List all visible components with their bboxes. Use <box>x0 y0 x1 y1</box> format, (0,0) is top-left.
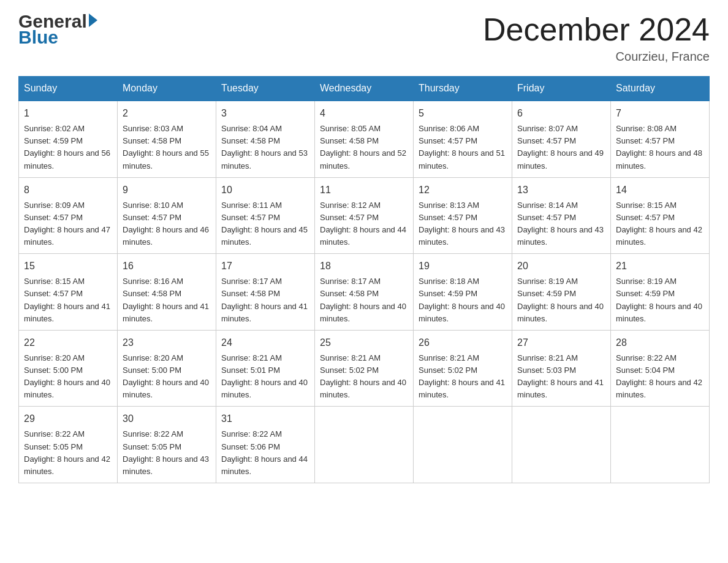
calendar-cell: 28Sunrise: 8:22 AMSunset: 5:04 PMDayligh… <box>611 330 710 407</box>
day-number: 4 <box>320 106 408 121</box>
day-info: Sunrise: 8:17 AMSunset: 4:58 PMDaylight:… <box>320 277 406 323</box>
day-number: 22 <box>24 335 112 350</box>
calendar-cell: 17Sunrise: 8:17 AMSunset: 4:58 PMDayligh… <box>216 254 315 331</box>
day-number: 14 <box>616 183 704 197</box>
day-info: Sunrise: 8:15 AMSunset: 4:57 PMDaylight:… <box>24 277 110 323</box>
calendar-cell: 10Sunrise: 8:11 AMSunset: 4:57 PMDayligh… <box>216 177 315 254</box>
header-cell-friday: Friday <box>512 77 611 101</box>
day-info: Sunrise: 8:03 AMSunset: 4:58 PMDaylight:… <box>123 124 209 170</box>
calendar-table: SundayMondayTuesdayWednesdayThursdayFrid… <box>18 76 710 483</box>
day-number: 12 <box>419 183 507 197</box>
day-info: Sunrise: 8:10 AMSunset: 4:57 PMDaylight:… <box>123 201 209 247</box>
calendar-cell: 26Sunrise: 8:21 AMSunset: 5:02 PMDayligh… <box>414 330 512 407</box>
calendar-cell: 30Sunrise: 8:22 AMSunset: 5:05 PMDayligh… <box>118 407 216 483</box>
logo-triangle-icon <box>89 13 97 27</box>
day-info: Sunrise: 8:14 AMSunset: 4:57 PMDaylight:… <box>517 201 604 247</box>
calendar-cell: 2Sunrise: 8:03 AMSunset: 4:58 PMDaylight… <box>118 101 216 177</box>
day-number: 18 <box>320 259 408 274</box>
day-info: Sunrise: 8:04 AMSunset: 4:58 PMDaylight:… <box>221 124 308 170</box>
calendar-cell: 13Sunrise: 8:14 AMSunset: 4:57 PMDayligh… <box>512 177 611 254</box>
day-info: Sunrise: 8:21 AMSunset: 5:02 PMDaylight:… <box>320 353 406 399</box>
day-number: 21 <box>616 259 704 274</box>
calendar-cell <box>611 407 710 483</box>
calendar-cell: 3Sunrise: 8:04 AMSunset: 4:58 PMDaylight… <box>216 101 315 177</box>
day-number: 26 <box>419 335 507 350</box>
day-number: 27 <box>517 335 605 350</box>
day-info: Sunrise: 8:22 AMSunset: 5:04 PMDaylight:… <box>616 353 702 399</box>
calendar-cell <box>315 407 414 483</box>
day-info: Sunrise: 8:22 AMSunset: 5:05 PMDaylight:… <box>123 429 209 475</box>
calendar-cell: 12Sunrise: 8:13 AMSunset: 4:57 PMDayligh… <box>414 177 512 254</box>
header-cell-sunday: Sunday <box>19 77 118 101</box>
month-title: December 2024 <box>483 12 710 47</box>
day-number: 11 <box>320 183 408 197</box>
header-cell-saturday: Saturday <box>611 77 710 101</box>
day-info: Sunrise: 8:19 AMSunset: 4:59 PMDaylight:… <box>517 277 604 323</box>
day-info: Sunrise: 8:15 AMSunset: 4:57 PMDaylight:… <box>616 201 702 247</box>
day-info: Sunrise: 8:13 AMSunset: 4:57 PMDaylight:… <box>419 201 505 247</box>
day-number: 15 <box>24 259 112 274</box>
calendar-cell: 16Sunrise: 8:16 AMSunset: 4:58 PMDayligh… <box>118 254 216 331</box>
day-info: Sunrise: 8:06 AMSunset: 4:57 PMDaylight:… <box>419 124 505 170</box>
location-text: Courzieu, France <box>483 50 710 64</box>
calendar-cell: 4Sunrise: 8:05 AMSunset: 4:58 PMDaylight… <box>315 101 414 177</box>
day-info: Sunrise: 8:21 AMSunset: 5:02 PMDaylight:… <box>419 353 505 399</box>
day-number: 31 <box>221 412 309 426</box>
day-number: 23 <box>123 335 211 350</box>
day-info: Sunrise: 8:08 AMSunset: 4:57 PMDaylight:… <box>616 124 702 170</box>
calendar-cell: 5Sunrise: 8:06 AMSunset: 4:57 PMDaylight… <box>414 101 512 177</box>
calendar-cell: 22Sunrise: 8:20 AMSunset: 5:00 PMDayligh… <box>19 330 118 407</box>
calendar-cell: 20Sunrise: 8:19 AMSunset: 4:59 PMDayligh… <box>512 254 611 331</box>
header-cell-wednesday: Wednesday <box>315 77 414 101</box>
page-header: General Blue December 2024 Courzieu, Fra… <box>18 12 710 64</box>
calendar-cell: 14Sunrise: 8:15 AMSunset: 4:57 PMDayligh… <box>611 177 710 254</box>
calendar-cell: 21Sunrise: 8:19 AMSunset: 4:59 PMDayligh… <box>611 254 710 331</box>
day-info: Sunrise: 8:22 AMSunset: 5:05 PMDaylight:… <box>24 429 110 475</box>
day-number: 1 <box>24 106 112 121</box>
calendar-cell: 9Sunrise: 8:10 AMSunset: 4:57 PMDaylight… <box>118 177 216 254</box>
calendar-header-row: SundayMondayTuesdayWednesdayThursdayFrid… <box>19 77 710 101</box>
day-number: 10 <box>221 183 309 197</box>
calendar-cell: 8Sunrise: 8:09 AMSunset: 4:57 PMDaylight… <box>19 177 118 254</box>
day-number: 20 <box>517 259 605 274</box>
day-info: Sunrise: 8:21 AMSunset: 5:03 PMDaylight:… <box>517 353 604 399</box>
day-info: Sunrise: 8:17 AMSunset: 4:58 PMDaylight:… <box>221 277 308 323</box>
calendar-week-row: 1Sunrise: 8:02 AMSunset: 4:59 PMDaylight… <box>19 101 710 177</box>
day-number: 24 <box>221 335 309 350</box>
day-info: Sunrise: 8:20 AMSunset: 5:00 PMDaylight:… <box>24 353 110 399</box>
calendar-cell: 18Sunrise: 8:17 AMSunset: 4:58 PMDayligh… <box>315 254 414 331</box>
calendar-cell: 25Sunrise: 8:21 AMSunset: 5:02 PMDayligh… <box>315 330 414 407</box>
logo: General Blue <box>18 12 97 47</box>
calendar-cell: 15Sunrise: 8:15 AMSunset: 4:57 PMDayligh… <box>19 254 118 331</box>
calendar-cell: 11Sunrise: 8:12 AMSunset: 4:57 PMDayligh… <box>315 177 414 254</box>
calendar-cell: 19Sunrise: 8:18 AMSunset: 4:59 PMDayligh… <box>414 254 512 331</box>
calendar-cell: 7Sunrise: 8:08 AMSunset: 4:57 PMDaylight… <box>611 101 710 177</box>
day-number: 2 <box>123 106 211 121</box>
day-number: 30 <box>123 412 211 426</box>
day-number: 8 <box>24 183 112 197</box>
day-info: Sunrise: 8:07 AMSunset: 4:57 PMDaylight:… <box>517 124 604 170</box>
day-info: Sunrise: 8:16 AMSunset: 4:58 PMDaylight:… <box>123 277 209 323</box>
calendar-cell <box>414 407 512 483</box>
day-number: 17 <box>221 259 309 274</box>
calendar-cell <box>512 407 611 483</box>
day-number: 7 <box>616 106 704 121</box>
day-info: Sunrise: 8:02 AMSunset: 4:59 PMDaylight:… <box>24 124 110 170</box>
calendar-cell: 24Sunrise: 8:21 AMSunset: 5:01 PMDayligh… <box>216 330 315 407</box>
day-info: Sunrise: 8:21 AMSunset: 5:01 PMDaylight:… <box>221 353 308 399</box>
day-number: 28 <box>616 335 704 350</box>
day-info: Sunrise: 8:12 AMSunset: 4:57 PMDaylight:… <box>320 201 406 247</box>
day-info: Sunrise: 8:22 AMSunset: 5:06 PMDaylight:… <box>221 429 308 475</box>
calendar-cell: 31Sunrise: 8:22 AMSunset: 5:06 PMDayligh… <box>216 407 315 483</box>
title-section: December 2024 Courzieu, France <box>483 12 710 64</box>
day-number: 6 <box>517 106 605 121</box>
header-cell-tuesday: Tuesday <box>216 77 315 101</box>
day-number: 25 <box>320 335 408 350</box>
calendar-week-row: 29Sunrise: 8:22 AMSunset: 5:05 PMDayligh… <box>19 407 710 483</box>
calendar-cell: 29Sunrise: 8:22 AMSunset: 5:05 PMDayligh… <box>19 407 118 483</box>
header-cell-monday: Monday <box>118 77 216 101</box>
calendar-cell: 6Sunrise: 8:07 AMSunset: 4:57 PMDaylight… <box>512 101 611 177</box>
day-number: 9 <box>123 183 211 197</box>
calendar-cell: 1Sunrise: 8:02 AMSunset: 4:59 PMDaylight… <box>19 101 118 177</box>
calendar-week-row: 15Sunrise: 8:15 AMSunset: 4:57 PMDayligh… <box>19 254 710 331</box>
